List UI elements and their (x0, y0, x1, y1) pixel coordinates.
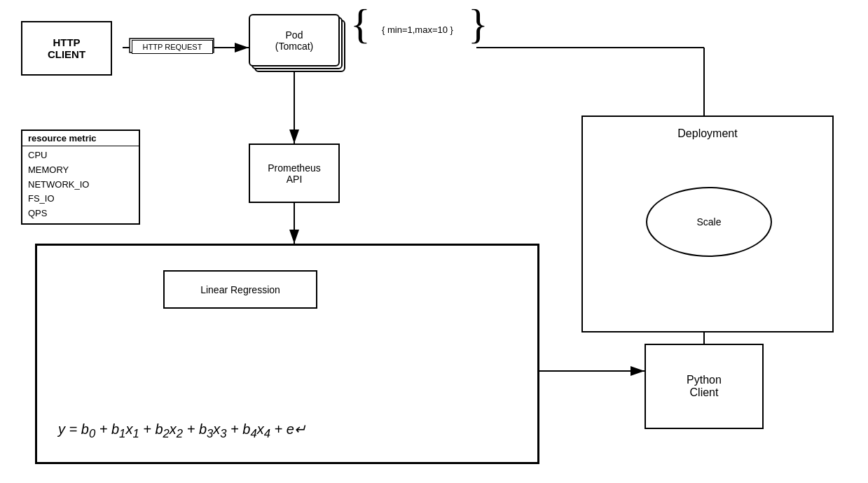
http-client-box: HTTPCLIENT (21, 21, 112, 76)
scale-ellipse: Scale (646, 187, 772, 257)
curly-brace-close: } (468, 7, 488, 41)
deployment-label: Deployment (583, 127, 832, 140)
ml-model-box: Linear Regression y = b0 + b1x1 + b2x2 +… (35, 244, 539, 464)
deployment-box: Deployment Scale (581, 115, 834, 332)
min-max-label: { min=1,max=10 } (382, 24, 453, 35)
python-client-box: PythonClient (645, 344, 764, 429)
resource-metric-items: CPUMEMORYNETWORK_IOFS_IOQPS (22, 146, 139, 223)
http-client-label: HTTPCLIENT (48, 36, 85, 60)
resource-metric-header: resource metric (22, 131, 139, 146)
linear-regression-box: Linear Regression (163, 270, 317, 309)
pod-label: Pod(Tomcat) (275, 29, 313, 52)
scale-label: Scale (696, 216, 721, 227)
resource-metric-box: resource metric CPUMEMORYNETWORK_IOFS_IO… (21, 130, 140, 225)
prometheus-box: PrometheusAPI (249, 144, 340, 203)
pod-front: Pod(Tomcat) (249, 14, 340, 66)
diagram-container: HTTPCLIENT HTTP REQUEST Pod(Tomcat) { { … (0, 0, 868, 483)
formula-text: y = b0 + b1x1 + b2x2 + b3x3 + b4x4 + e↵ (58, 421, 306, 441)
curly-brace-open: { (350, 7, 371, 41)
python-client-label: PythonClient (687, 374, 722, 399)
linear-regression-label: Linear Regression (200, 284, 280, 295)
prometheus-label: PrometheusAPI (268, 162, 320, 185)
http-request-label: HTTP REQUEST (132, 40, 213, 54)
